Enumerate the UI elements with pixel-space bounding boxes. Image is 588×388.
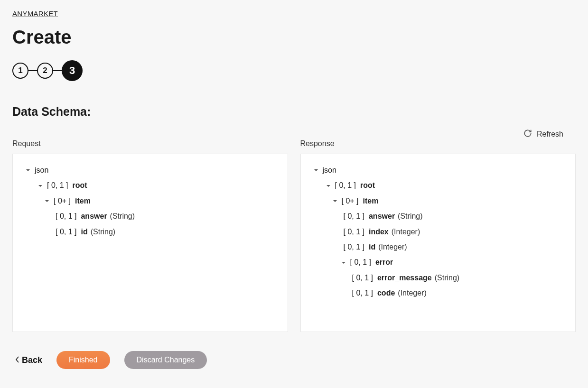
back-label: Back bbox=[22, 355, 42, 365]
cardinality: [ 0, 1 ] bbox=[56, 227, 76, 237]
field-type: (String) bbox=[435, 273, 459, 283]
tree-row[interactable]: [ 0, 1 ]root bbox=[312, 178, 564, 193]
step-1[interactable]: 1 bbox=[12, 63, 28, 79]
chevron-down-icon[interactable] bbox=[43, 197, 51, 205]
field-name: index bbox=[369, 227, 389, 237]
field-name: root bbox=[72, 180, 87, 191]
cardinality: [ 0, 1 ] bbox=[335, 180, 356, 191]
field-name: root bbox=[360, 180, 375, 191]
response-schema-panel: json[ 0, 1 ]root[ 0+ ]item[ 0, 1 ]answer… bbox=[300, 154, 576, 332]
field-name: item bbox=[75, 196, 91, 206]
field-name: error bbox=[375, 257, 393, 268]
cardinality: [ 0+ ] bbox=[54, 196, 71, 206]
request-label: Request bbox=[12, 139, 288, 148]
section-title-data-schema: Data Schema: bbox=[12, 105, 576, 119]
chevron-left-icon bbox=[15, 355, 20, 365]
step-2[interactable]: 2 bbox=[37, 63, 53, 79]
step-connector bbox=[53, 70, 62, 71]
breadcrumb-anymarket[interactable]: ANYMARKET bbox=[12, 9, 58, 18]
chevron-down-icon[interactable] bbox=[331, 197, 339, 205]
tree-row[interactable]: [ 0+ ]item bbox=[312, 194, 564, 209]
chevron-down-icon[interactable] bbox=[24, 166, 32, 174]
tree-row[interactable]: [ 0, 1 ]id (Integer) bbox=[312, 240, 564, 255]
tree-row[interactable]: [ 0, 1 ]id (String) bbox=[24, 224, 276, 240]
tree-row[interactable]: [ 0, 1 ]error bbox=[312, 255, 564, 270]
chevron-down-icon[interactable] bbox=[325, 182, 332, 190]
tree-row[interactable]: [ 0, 1 ]index (Integer) bbox=[312, 224, 564, 240]
response-label: Response bbox=[300, 139, 576, 148]
field-type: (Integer) bbox=[398, 288, 426, 298]
chevron-down-icon[interactable] bbox=[37, 182, 44, 190]
cardinality: [ 0, 1 ] bbox=[344, 211, 364, 222]
request-schema-panel: json[ 0, 1 ]root[ 0+ ]item[ 0, 1 ]answer… bbox=[12, 154, 288, 332]
page-title: Create bbox=[12, 27, 576, 48]
field-name: id bbox=[81, 227, 87, 237]
field-name: answer bbox=[81, 211, 107, 222]
cardinality: [ 0, 1 ] bbox=[47, 180, 68, 191]
wizard-steps: 123 bbox=[12, 60, 576, 81]
field-type: (String) bbox=[398, 211, 422, 222]
tree-row[interactable]: json bbox=[24, 163, 276, 178]
cardinality: [ 0, 1 ] bbox=[350, 257, 371, 268]
field-name: answer bbox=[369, 211, 395, 222]
step-connector bbox=[28, 70, 37, 71]
cardinality: [ 0, 1 ] bbox=[344, 227, 364, 237]
tree-row[interactable]: [ 0, 1 ]answer (String) bbox=[24, 209, 276, 224]
finished-button[interactable]: Finished bbox=[56, 351, 110, 369]
tree-row[interactable]: [ 0, 1 ]answer (String) bbox=[312, 209, 564, 224]
tree-row[interactable]: [ 0, 1 ]error_message (String) bbox=[312, 270, 564, 286]
tree-node-label: json bbox=[35, 165, 48, 176]
cardinality: [ 0, 1 ] bbox=[352, 273, 373, 283]
back-button[interactable]: Back bbox=[15, 355, 42, 365]
field-name: id bbox=[369, 242, 375, 252]
tree-row[interactable]: [ 0, 1 ]code (Integer) bbox=[312, 286, 564, 301]
cardinality: [ 0+ ] bbox=[342, 196, 359, 206]
field-name: code bbox=[377, 288, 395, 298]
discard-changes-button[interactable]: Discard Changes bbox=[124, 351, 207, 369]
chevron-down-icon[interactable] bbox=[340, 259, 347, 267]
chevron-down-icon[interactable] bbox=[312, 166, 320, 174]
cardinality: [ 0, 1 ] bbox=[352, 288, 373, 298]
field-type: (Integer) bbox=[392, 227, 420, 237]
cardinality: [ 0, 1 ] bbox=[344, 242, 364, 252]
field-type: (Integer) bbox=[378, 242, 407, 252]
tree-node-label: json bbox=[323, 165, 336, 176]
tree-row[interactable]: [ 0, 1 ]root bbox=[24, 178, 276, 193]
tree-row[interactable]: [ 0+ ]item bbox=[24, 194, 276, 209]
cardinality: [ 0, 1 ] bbox=[56, 211, 76, 222]
step-3[interactable]: 3 bbox=[62, 60, 83, 81]
field-name: error_message bbox=[377, 273, 432, 283]
field-type: (String) bbox=[110, 211, 135, 222]
field-name: item bbox=[363, 196, 379, 206]
field-type: (String) bbox=[91, 227, 115, 237]
tree-row[interactable]: json bbox=[312, 163, 564, 178]
